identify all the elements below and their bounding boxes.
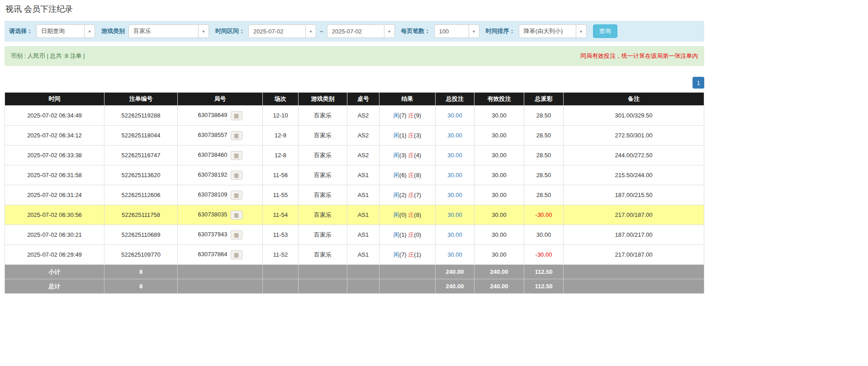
video-replay-icon[interactable]: ▦ xyxy=(231,250,242,259)
chevron-down-icon: ▾ xyxy=(305,25,316,38)
video-replay-icon[interactable]: ▦ xyxy=(231,211,242,220)
banker-result: 庄 xyxy=(408,231,414,238)
column-header: 场次 xyxy=(263,93,299,106)
cell-payout: 30.00 xyxy=(524,225,564,245)
cell-result: 闲(1) 庄(0) xyxy=(379,225,436,245)
player-score: (6) xyxy=(399,172,407,178)
date-from-select[interactable]: 2025-07-02 ▾ xyxy=(248,24,316,38)
bet-records-table: 时间注单编号局号场次游戏类别桌号结果总投注有效投注总派彩备注 2025-07-0… xyxy=(5,92,704,294)
total-bet-link[interactable]: 30.00 xyxy=(447,231,462,238)
cell-bet-no: 522625119288 xyxy=(104,106,178,126)
column-header: 时间 xyxy=(5,93,104,106)
video-replay-icon[interactable]: ▦ xyxy=(231,230,242,239)
cell-table-no: AS1 xyxy=(347,225,379,245)
cell-table-no: AS2 xyxy=(347,126,379,145)
player-result: 闲 xyxy=(394,112,399,119)
column-header: 桌号 xyxy=(347,93,379,106)
summary-cell xyxy=(263,265,299,279)
player-result: 闲 xyxy=(394,231,399,238)
video-replay-icon[interactable]: ▦ xyxy=(231,191,242,200)
cell-bet-no: 522625112606 xyxy=(104,185,178,205)
chevron-down-icon: ▾ xyxy=(384,25,394,38)
banker-result: 庄 xyxy=(408,251,414,258)
table-row: 2025-07-02 06:34:12522625118044630738557… xyxy=(5,126,704,145)
page-size-select[interactable]: 100 ▾ xyxy=(434,24,479,38)
table-row: 2025-07-02 06:31:58522625113620630738192… xyxy=(5,165,704,185)
cell-time: 2025-07-02 06:30:21 xyxy=(5,225,104,245)
cell-table-no: AS1 xyxy=(347,245,379,265)
summary-cell xyxy=(347,265,379,279)
banker-score: (3) xyxy=(414,132,421,139)
banker-result: 庄 xyxy=(408,192,414,198)
total-bet-link[interactable]: 30.00 xyxy=(447,172,462,178)
player-result: 闲 xyxy=(394,251,399,258)
video-replay-icon[interactable]: ▦ xyxy=(231,151,242,160)
cell-round-no: 630737943▦ xyxy=(178,225,263,245)
total-bet-link[interactable]: 30.00 xyxy=(447,112,462,119)
game-type-label: 游戏类别 xyxy=(101,27,125,35)
cell-game-type: 百家乐 xyxy=(299,185,347,205)
cell-result: 闲(2) 庄(7) xyxy=(379,185,436,205)
total-bet-link[interactable]: 30.00 xyxy=(447,192,462,198)
table-footer: 小计8240.00240.00112.50总计8240.00240.00112.… xyxy=(5,265,704,294)
cell-round-no: 630738649▦ xyxy=(178,106,263,126)
summary-cell: 240.00 xyxy=(436,265,474,279)
video-replay-icon[interactable]: ▦ xyxy=(231,131,242,140)
sort-order-select[interactable]: 降幂(由大到小) ▾ xyxy=(519,24,587,38)
summary-cell xyxy=(564,279,704,294)
cell-total-bet: 30.00 xyxy=(436,145,474,165)
round-no-text: 630738649 xyxy=(198,112,227,118)
cell-payout: 28.50 xyxy=(524,126,564,145)
table-row: 2025-07-02 06:34:49522625119288630738649… xyxy=(5,106,704,126)
summary-cell xyxy=(299,279,347,294)
banker-result: 庄 xyxy=(408,152,414,159)
player-score: (1) xyxy=(399,231,407,238)
summary-cell xyxy=(564,265,704,279)
round-no-text: 630738109 xyxy=(198,191,227,198)
game-type-select[interactable]: 百家乐 ▾ xyxy=(128,24,209,38)
search-button[interactable]: 查询 xyxy=(593,24,617,38)
video-replay-icon[interactable]: ▦ xyxy=(231,171,242,180)
summary-cell xyxy=(379,279,436,294)
cell-round-no: 630738109▦ xyxy=(178,185,263,205)
cell-game-type: 百家乐 xyxy=(299,225,347,245)
total-bet-link[interactable]: 30.00 xyxy=(447,251,462,258)
cell-round-no: 630738460▦ xyxy=(178,145,263,165)
summary-cell: 总计 xyxy=(5,279,104,294)
currency-summary-text: 币别 : 人民币 | 总共 :8 注单 | xyxy=(11,52,85,60)
player-score: (7) xyxy=(399,251,407,258)
column-header: 局号 xyxy=(178,93,263,106)
table-body: 2025-07-02 06:34:49522625119288630738649… xyxy=(5,106,704,265)
cell-time: 2025-07-02 06:31:58 xyxy=(5,165,104,185)
total-bet-link[interactable]: 30.00 xyxy=(447,132,462,139)
cell-note: 187.00/217.00 xyxy=(564,225,704,245)
date-range-label: 时间区间： xyxy=(215,27,245,35)
sort-order-label: 时间排序： xyxy=(486,27,515,35)
round-no-text: 630737943 xyxy=(198,231,227,238)
cell-session: 11-54 xyxy=(263,205,299,225)
cell-session: 11-52 xyxy=(263,245,299,265)
column-header: 有效投注 xyxy=(474,93,524,106)
cell-note: 217.00/187.00 xyxy=(564,205,704,225)
cell-payout: 28.50 xyxy=(524,106,564,126)
sort-order-value: 降幂(由大到小) xyxy=(519,27,576,35)
page-button-1[interactable]: 1 xyxy=(693,77,704,89)
cell-result: 闲(3) 庄(4) xyxy=(379,145,436,165)
summary-cell: 240.00 xyxy=(474,279,524,294)
total-bet-link[interactable]: 30.00 xyxy=(447,211,462,218)
cell-note: 301.00/329.50 xyxy=(564,106,704,126)
cell-result: 闲(7) 庄(1) xyxy=(379,245,436,265)
cell-bet-no: 522625109770 xyxy=(104,245,178,265)
date-to-value: 2025-07-02 xyxy=(327,28,384,35)
banker-result: 庄 xyxy=(408,172,414,178)
round-no-text: 630738557 xyxy=(198,131,227,138)
cell-payout: 28.50 xyxy=(524,165,564,185)
banker-score: (9) xyxy=(414,112,421,119)
total-bet-link[interactable]: 30.00 xyxy=(447,152,462,159)
cell-bet-no: 522625116747 xyxy=(104,145,178,165)
query-type-select[interactable]: 日期查询 ▾ xyxy=(36,24,95,38)
date-to-select[interactable]: 2025-07-02 ▾ xyxy=(327,24,395,38)
video-replay-icon[interactable]: ▦ xyxy=(231,111,242,120)
cell-payout: -30.00 xyxy=(524,205,564,225)
round-no-text: 630738192 xyxy=(198,171,227,178)
